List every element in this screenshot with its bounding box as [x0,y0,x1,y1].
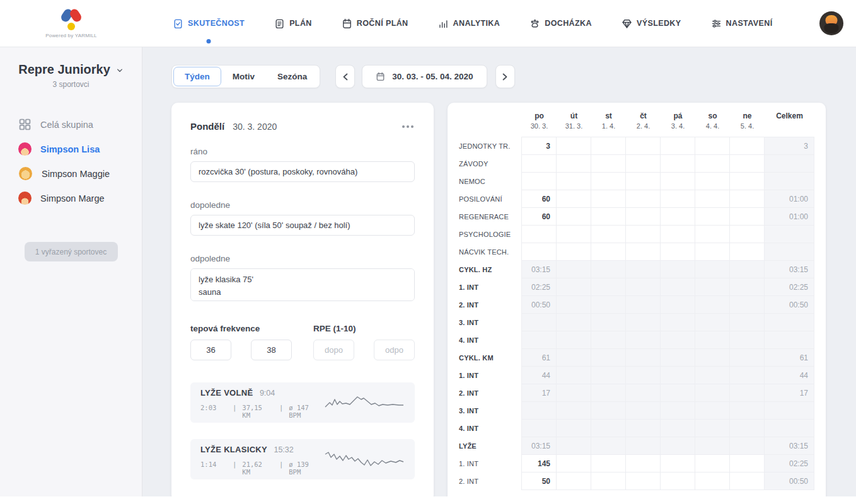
prev-week-button[interactable] [335,65,355,88]
afternoon-input[interactable]: lyže klasika 75' sauna [190,268,415,301]
day-cell[interactable] [556,137,591,155]
morning-input[interactable] [190,161,415,182]
nav-tab-dochazka[interactable]: DOCHÁZKA [529,18,592,29]
workout-entry[interactable]: LYŽE KLASICKY 15:32 1:14 | 21,62 KM | ø … [190,439,415,479]
heart-rate-input-1[interactable] [190,340,231,360]
heart-rate-input-2[interactable] [251,340,292,360]
day-name: Pondělí [190,121,224,132]
day-cell[interactable] [695,137,730,155]
day-cell[interactable] [556,454,591,472]
day-cell[interactable] [729,137,765,155]
day-card: Pondělí 30. 3. 2020 ráno dopoledne odpol… [171,103,434,496]
day-cell[interactable]: 50 [521,472,557,490]
day-cell[interactable] [556,472,591,490]
day-cell[interactable] [729,454,765,472]
day-cell[interactable] [695,243,730,261]
day-cell[interactable] [729,207,765,226]
day-cell[interactable] [625,172,661,190]
sidebar-item-whole-group[interactable]: Celá skupina [18,117,142,132]
day-cell[interactable]: 3 [521,137,557,155]
day-cell[interactable] [729,243,765,261]
day-cell[interactable] [625,207,661,226]
day-cell[interactable]: 145 [521,454,557,472]
day-cell[interactable] [591,243,626,261]
day-cell[interactable] [695,472,730,490]
sidebar-item-simpson-lisa[interactable]: Simpson Lisa [18,142,142,156]
day-cell[interactable] [556,207,591,226]
day-cell[interactable] [695,172,730,190]
day-cell[interactable] [521,243,557,261]
sidebar-item-simpson-marge[interactable]: Simpson Marge [18,191,142,205]
day-cell[interactable] [591,225,626,243]
day-cell[interactable] [556,243,591,261]
day-cell[interactable] [521,154,557,173]
day-cell[interactable] [660,243,695,261]
day-cell[interactable] [625,454,661,472]
day-cell[interactable] [660,137,695,155]
day-cell[interactable] [591,172,626,190]
nav-tab-vysledky[interactable]: VÝSLEDKY [622,18,681,29]
day-cell[interactable] [660,154,695,173]
date-range-button[interactable]: 30. 03. - 05. 04. 2020 [362,65,487,88]
day-cell[interactable] [591,190,626,208]
day-cell[interactable] [729,190,765,208]
day-cell[interactable] [591,137,626,155]
avatar-lisa [18,142,32,156]
day-cell[interactable] [556,225,591,243]
day-cell[interactable] [556,172,591,190]
day-cell[interactable] [660,172,695,190]
day-cell[interactable] [521,172,557,190]
day-cell[interactable] [729,154,765,173]
day-cell[interactable] [556,154,591,173]
day-cell[interactable] [521,225,557,243]
day-cell[interactable] [695,454,730,472]
day-cell[interactable] [660,207,695,226]
day-cell[interactable] [556,190,591,208]
day-cell[interactable] [695,207,730,226]
nav-tab-plan[interactable]: PLÁN [274,18,312,29]
sidebar-item-simpson-maggie[interactable]: Simpson Maggie [18,166,142,181]
day-cell[interactable] [660,472,695,490]
excluded-athletes-button[interactable]: 1 vyřazený sportovec [25,242,118,261]
rpe-input-dopo[interactable] [313,340,354,360]
next-week-button[interactable] [495,65,515,88]
day-cell[interactable] [695,154,730,173]
day-cell[interactable] [695,225,730,243]
rpe-input-odpo[interactable] [374,340,415,360]
more-options-icon[interactable] [401,123,415,130]
tab-motiv[interactable]: Motiv [221,67,266,86]
day-cell[interactable] [625,225,661,243]
day-cell[interactable] [695,190,730,208]
user-avatar[interactable] [819,11,843,35]
nav-tab-rocni-plan[interactable]: ROČNÍ PLÁN [342,18,408,29]
day-cell[interactable] [729,225,765,243]
day-cell[interactable] [625,154,661,173]
day-cell[interactable] [591,154,626,173]
day-cell[interactable] [625,137,661,155]
day-cell[interactable] [729,172,765,190]
day-cell[interactable] [625,190,661,208]
day-cell: 02:25 [521,278,557,296]
forenoon-input[interactable] [190,215,415,236]
day-cell[interactable] [660,190,695,208]
workout-entry[interactable]: LYŽE VOLNĚ 9:04 2:03 | 37,15 KM | ø 147 … [190,382,415,423]
day-cell[interactable] [591,472,626,490]
day-cell[interactable] [729,472,765,490]
nav-tab-nastaveni[interactable]: NASTAVENÍ [711,18,773,29]
day-cell[interactable] [591,207,626,226]
tab-sezona[interactable]: Sezóna [266,67,318,86]
day-cell[interactable] [625,472,661,490]
day-cell[interactable] [625,243,661,261]
tab-tyden[interactable]: Týden [173,67,221,86]
nav-tab-skutecnost[interactable]: SKUTEČNOST [173,18,245,29]
day-cell [695,401,730,420]
sidebar-item-label: Simpson Marge [40,193,105,203]
day-cell[interactable] [591,454,626,472]
day-cell: 00:50 [521,295,557,314]
day-cell[interactable]: 60 [521,190,557,208]
day-cell[interactable]: 60 [521,207,557,226]
group-selector[interactable]: Repre Juniorky [0,62,142,77]
nav-tab-analytika[interactable]: ANALYTIKA [438,18,500,29]
day-cell[interactable] [660,225,695,243]
day-cell[interactable] [660,454,695,472]
